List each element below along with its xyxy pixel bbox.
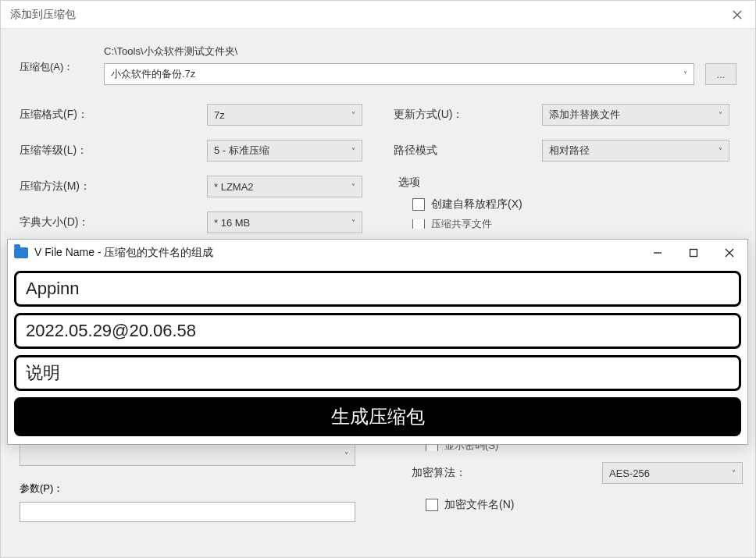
unknown-combo[interactable]: ˅ bbox=[20, 444, 355, 466]
checkbox-icon bbox=[412, 198, 425, 211]
vfilename-window: V File Name - 压缩包的文件名的组成 Appinn 2022.05.… bbox=[7, 239, 748, 445]
main-close-button[interactable] bbox=[719, 1, 755, 29]
bottom-left-area: ˅ 参数(P)： bbox=[20, 444, 355, 522]
vfn-titlebar: V File Name - 压缩包的文件名的组成 bbox=[8, 240, 747, 266]
vfn-title: V File Name - 压缩包的文件名的组成 bbox=[34, 246, 213, 260]
level-combo[interactable]: 5 - 标准压缩 ˅ bbox=[207, 140, 362, 162]
shared-checkbox-row[interactable]: 压缩共享文件 bbox=[394, 219, 736, 229]
minimize-button[interactable] bbox=[640, 240, 676, 266]
encrypt-algo-label: 加密算法： bbox=[407, 466, 602, 480]
sfx-label: 创建自释放程序(X) bbox=[431, 197, 522, 211]
pathmode-label: 路径模式 bbox=[394, 144, 542, 158]
main-title: 添加到压缩包 bbox=[10, 8, 76, 22]
close-button[interactable] bbox=[711, 240, 747, 266]
format-combo[interactable]: 7z ˅ bbox=[207, 104, 362, 126]
archive-name-value: 小众软件的备份.7z bbox=[111, 67, 195, 81]
left-column: 压缩格式(F)： 7z ˅ 压缩等级(L)： 5 - 标准压缩 ˅ 压缩方法(M… bbox=[20, 104, 362, 247]
options-heading: 选项 bbox=[394, 176, 736, 190]
chevron-down-icon: ˅ bbox=[719, 111, 722, 119]
chevron-down-icon: ˅ bbox=[351, 111, 355, 119]
archive-label: 压缩包(A)： bbox=[20, 44, 104, 74]
encrypt-names-row[interactable]: 加密文件名(N) bbox=[407, 498, 743, 512]
archive-path: C:\Tools\小众软件测试文件夹\ bbox=[104, 44, 694, 59]
chevron-down-icon: ˅ bbox=[732, 469, 736, 478]
main-titlebar: 添加到压缩包 bbox=[1, 1, 755, 29]
archive-name-combo[interactable]: 小众软件的备份.7z ˅ bbox=[104, 63, 694, 85]
pathmode-combo[interactable]: 相对路径 ˅ bbox=[542, 140, 729, 162]
folder-icon bbox=[14, 247, 28, 258]
encrypt-algo-combo[interactable]: AES-256 ˅ bbox=[602, 462, 743, 484]
dialog-body: 压缩包(A)： C:\Tools\小众软件测试文件夹\ 小众软件的备份.7z ˅… bbox=[1, 29, 755, 263]
archive-row: 压缩包(A)： C:\Tools\小众软件测试文件夹\ 小众软件的备份.7z ˅… bbox=[20, 44, 736, 85]
update-label: 更新方式(U)： bbox=[394, 108, 542, 122]
format-label: 压缩格式(F)： bbox=[20, 108, 207, 122]
maximize-button[interactable] bbox=[676, 240, 711, 266]
generate-archive-button[interactable]: 生成压缩包 bbox=[14, 397, 741, 436]
chevron-down-icon: ˅ bbox=[683, 70, 687, 79]
right-column: 更新方式(U)： 添加并替换文件 ˅ 路径模式 相对路径 ˅ 选项 bbox=[394, 104, 736, 247]
params-input[interactable] bbox=[20, 502, 355, 522]
chevron-down-icon: ˅ bbox=[351, 147, 355, 155]
params-label: 参数(P)： bbox=[20, 482, 355, 496]
dict-combo[interactable]: * 16 MB ˅ bbox=[207, 211, 362, 233]
method-label: 压缩方法(M)： bbox=[20, 179, 207, 194]
level-label: 压缩等级(L)： bbox=[20, 144, 207, 158]
checkbox-icon bbox=[412, 219, 425, 229]
encrypt-names-label: 加密文件名(N) bbox=[444, 498, 514, 512]
chevron-down-icon: ˅ bbox=[351, 183, 355, 191]
chevron-down-icon: ˅ bbox=[351, 219, 355, 227]
browse-button[interactable]: ... bbox=[705, 63, 736, 85]
shared-label: 压缩共享文件 bbox=[431, 219, 492, 229]
name-part-input-1[interactable]: Appinn bbox=[14, 271, 741, 307]
checkbox-icon bbox=[426, 499, 438, 511]
dict-label: 字典大小(D)： bbox=[20, 215, 207, 229]
bottom-right-area: 显示密码(S) 加密算法： AES-256 ˅ 加密文件名(N) bbox=[407, 442, 743, 520]
name-part-input-2[interactable]: 2022.05.29@20.06.58 bbox=[14, 313, 741, 349]
update-combo[interactable]: 添加并替换文件 ˅ bbox=[542, 104, 729, 126]
name-part-input-3[interactable]: 说明 bbox=[14, 355, 741, 391]
svg-rect-0 bbox=[690, 250, 697, 257]
chevron-down-icon: ˅ bbox=[719, 147, 722, 155]
sfx-checkbox-row[interactable]: 创建自释放程序(X) bbox=[394, 197, 736, 211]
chevron-down-icon: ˅ bbox=[344, 451, 348, 460]
method-combo[interactable]: * LZMA2 ˅ bbox=[207, 176, 362, 197]
